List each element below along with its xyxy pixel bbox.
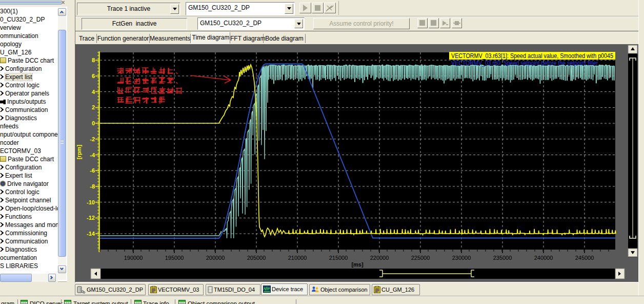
svg-text:-12: -12	[87, 215, 95, 221]
svg-text:[rpm]: [rpm]	[76, 145, 82, 159]
svg-text:[ms]: [ms]	[351, 261, 364, 268]
svg-text:6: 6	[92, 73, 95, 79]
svg-text:190000: 190000	[124, 255, 143, 261]
svg-text:195000: 195000	[165, 255, 184, 261]
svg-text:-10: -10	[87, 199, 95, 205]
svg-text:210000: 210000	[288, 255, 307, 261]
svg-text:215000: 215000	[329, 255, 348, 261]
svg-text:VECTORMV_03.r63[1]: Speed actu: VECTORMV_03.r63[1]: Speed actual value, …	[451, 52, 613, 60]
svg-text:230000: 230000	[452, 255, 471, 261]
svg-text:8: 8	[92, 57, 95, 63]
svg-text:VECTORMV_03.r60: Speed setpoin: VECTORMV_03.r60: Speed setpoint before t…	[451, 60, 598, 67]
svg-text:4: 4	[92, 89, 95, 95]
svg-text:220000: 220000	[370, 255, 389, 261]
svg-text:0: 0	[92, 120, 95, 126]
svg-text:-4: -4	[90, 152, 95, 158]
svg-text:205000: 205000	[247, 255, 266, 261]
svg-text:-8: -8	[90, 183, 95, 189]
svg-text:245000: 245000	[575, 255, 594, 261]
svg-text:-14: -14	[87, 231, 95, 237]
svg-text:200000: 200000	[206, 255, 225, 261]
svg-text:-2: -2	[90, 136, 95, 142]
svg-text:-6: -6	[90, 167, 95, 174]
svg-text:2: 2	[92, 104, 95, 110]
svg-text:240000: 240000	[534, 255, 553, 261]
svg-text:225000: 225000	[411, 255, 430, 261]
svg-text:235000: 235000	[493, 255, 512, 261]
